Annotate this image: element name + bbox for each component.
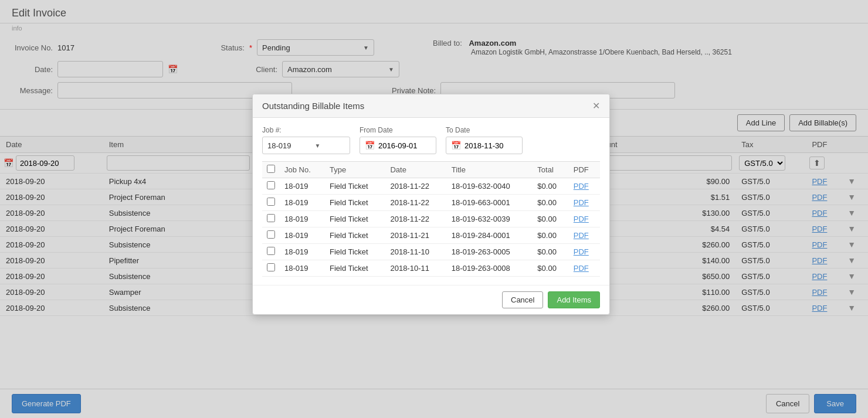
modal-body: Job #: 18-019 ▼ From Date 📅 xyxy=(253,118,609,285)
job-no-value: 18-019 xyxy=(267,141,291,150)
modal-table-row: 18-019 Field Ticket 2018-10-11 18-019-26… xyxy=(262,260,600,277)
from-date-calendar-icon[interactable]: 📅 xyxy=(365,141,375,150)
modal-table-row: 18-019 Field Ticket 2018-11-10 18-019-26… xyxy=(262,244,600,260)
modal-row-date: 2018-11-10 xyxy=(385,244,446,260)
modal-th-date: Date xyxy=(385,162,446,178)
job-no-select[interactable]: 18-019 ▼ xyxy=(262,137,350,154)
from-date-wrapper: 📅 xyxy=(360,137,436,154)
row-checkbox[interactable] xyxy=(267,263,275,271)
modal-row-job-no: 18-019 xyxy=(280,195,325,211)
modal-table: Job No. Type Date Title Total PDF 18- xyxy=(262,161,600,277)
modal-cancel-button[interactable]: Cancel xyxy=(502,291,543,308)
modal-table-row: 18-019 Field Ticket 2018-11-21 18-019-28… xyxy=(262,227,600,244)
modal-pdf-link[interactable]: PDF xyxy=(574,198,589,207)
modal-row-date: 2018-11-22 xyxy=(385,195,446,211)
add-items-button[interactable]: Add Items xyxy=(548,291,600,308)
modal-table-body: 18-019 Field Ticket 2018-11-22 18-019-63… xyxy=(262,178,600,277)
row-checkbox[interactable] xyxy=(267,181,275,189)
modal-th-total: Total xyxy=(533,162,568,178)
row-checkbox[interactable] xyxy=(267,214,275,222)
modal-row-check xyxy=(262,260,280,277)
modal-row-pdf: PDF xyxy=(569,260,600,277)
modal-row-pdf: PDF xyxy=(569,227,600,244)
modal-row-total: $0.00 xyxy=(533,244,568,260)
from-date-filter-group: From Date 📅 xyxy=(360,126,436,154)
row-checkbox[interactable] xyxy=(267,230,275,239)
modal-row-title: 18-019-263-0005 xyxy=(447,244,533,260)
modal-footer: Cancel Add Items xyxy=(253,285,609,314)
from-date-input[interactable] xyxy=(378,141,431,150)
modal-row-date: 2018-11-21 xyxy=(385,227,446,244)
modal-row-check xyxy=(262,178,280,195)
modal-row-type: Field Ticket xyxy=(325,211,385,227)
modal-row-total: $0.00 xyxy=(533,195,568,211)
modal-row-type: Field Ticket xyxy=(325,244,385,260)
select-all-checkbox[interactable] xyxy=(267,165,275,173)
modal-row-date: 2018-11-22 xyxy=(385,178,446,195)
modal-title: Outstanding Billable Items xyxy=(262,101,364,111)
modal-row-total: $0.00 xyxy=(533,178,568,195)
modal-th-check xyxy=(262,162,280,178)
modal-row-job-no: 18-019 xyxy=(280,260,325,277)
modal-row-title: 18-019-284-0001 xyxy=(447,227,533,244)
modal-row-title: 18-019-632-0040 xyxy=(447,178,533,195)
modal-pdf-link[interactable]: PDF xyxy=(574,247,589,256)
from-date-label: From Date xyxy=(360,126,436,134)
modal-th-title: Title xyxy=(447,162,533,178)
modal-row-total: $0.00 xyxy=(533,227,568,244)
to-date-label: To Date xyxy=(446,126,523,134)
row-checkbox[interactable] xyxy=(267,247,275,255)
modal-th-type: Type xyxy=(325,162,385,178)
modal-table-row: 18-019 Field Ticket 2018-11-22 18-019-63… xyxy=(262,178,600,195)
page-wrapper: Edit Invoice info Invoice No. 1017 Statu… xyxy=(0,0,868,418)
to-date-wrapper: 📅 xyxy=(446,137,523,154)
modal-row-type: Field Ticket xyxy=(325,195,385,211)
modal-row-title: 18-019-663-0001 xyxy=(447,195,533,211)
modal-pdf-link[interactable]: PDF xyxy=(574,231,589,240)
modal-pdf-link[interactable]: PDF xyxy=(574,215,589,223)
modal-row-check xyxy=(262,227,280,244)
modal-table-row: 18-019 Field Ticket 2018-11-22 18-019-63… xyxy=(262,211,600,227)
modal-row-job-no: 18-019 xyxy=(280,244,325,260)
modal-row-total: $0.00 xyxy=(533,211,568,227)
modal-row-check xyxy=(262,244,280,260)
row-checkbox[interactable] xyxy=(267,198,275,206)
modal-row-pdf: PDF xyxy=(569,178,600,195)
modal-filters: Job #: 18-019 ▼ From Date 📅 xyxy=(262,126,600,154)
modal-row-pdf: PDF xyxy=(569,211,600,227)
modal-row-pdf: PDF xyxy=(569,195,600,211)
modal-row-job-no: 18-019 xyxy=(280,227,325,244)
modal-row-check xyxy=(262,195,280,211)
modal-row-title: 18-019-632-0039 xyxy=(447,211,533,227)
modal-table-wrapper: Job No. Type Date Title Total PDF 18- xyxy=(262,161,600,277)
to-date-input[interactable] xyxy=(464,141,517,150)
to-date-filter-group: To Date 📅 xyxy=(446,126,523,154)
modal-th-pdf: PDF xyxy=(569,162,600,178)
modal-row-pdf: PDF xyxy=(569,244,600,260)
modal-pdf-link[interactable]: PDF xyxy=(574,182,589,191)
modal-row-date: 2018-10-11 xyxy=(385,260,446,277)
modal-row-title: 18-019-263-0008 xyxy=(447,260,533,277)
modal-row-total: $0.00 xyxy=(533,260,568,277)
modal-close-button[interactable]: ✕ xyxy=(592,100,600,111)
modal-row-job-no: 18-019 xyxy=(280,178,325,195)
job-no-label: Job #: xyxy=(262,126,350,134)
modal-header: Outstanding Billable Items ✕ xyxy=(253,94,609,118)
modal-header-row: Job No. Type Date Title Total PDF xyxy=(262,162,600,178)
job-no-chevron-icon: ▼ xyxy=(314,142,320,149)
modal-row-type: Field Ticket xyxy=(325,260,385,277)
modal-row-date: 2018-11-22 xyxy=(385,211,446,227)
modal-pdf-link[interactable]: PDF xyxy=(574,264,589,273)
modal-table-row: 18-019 Field Ticket 2018-11-22 18-019-66… xyxy=(262,195,600,211)
modal-row-job-no: 18-019 xyxy=(280,211,325,227)
modal-th-job-no: Job No. xyxy=(280,162,325,178)
modal-row-check xyxy=(262,211,280,227)
modal-overlay[interactable]: Outstanding Billable Items ✕ Job #: 18-0… xyxy=(0,0,868,418)
to-date-calendar-icon[interactable]: 📅 xyxy=(451,141,461,150)
modal-row-type: Field Ticket xyxy=(325,178,385,195)
job-no-filter-group: Job #: 18-019 ▼ xyxy=(262,126,350,154)
modal-row-type: Field Ticket xyxy=(325,227,385,244)
outstanding-billable-modal: Outstanding Billable Items ✕ Job #: 18-0… xyxy=(252,94,610,315)
